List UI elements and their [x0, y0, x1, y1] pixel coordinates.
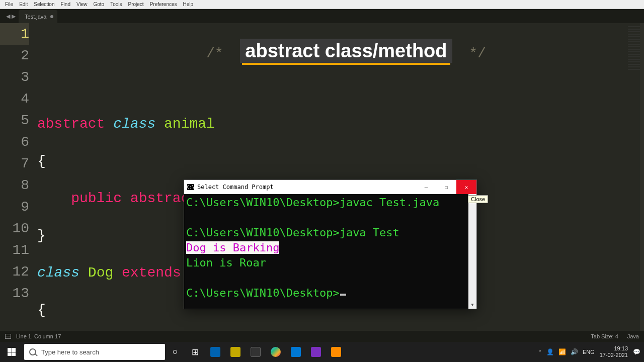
- gutter: 1 2 3 4 5 6 7 8 9 10 11 12 13: [0, 23, 37, 342]
- taskbar-app[interactable]: [225, 342, 246, 362]
- command-prompt-window[interactable]: C:\ Select Command Prompt ― ☐ ✕ C:\Users…: [184, 179, 477, 309]
- tab-testjava[interactable]: Test.java: [19, 10, 57, 23]
- class-name: animal: [164, 116, 215, 132]
- cmd-output[interactable]: C:\Users\WIN10\Desktop>javac Test.java C…: [184, 194, 476, 309]
- taskbar-app[interactable]: [326, 342, 346, 362]
- menu-file[interactable]: File: [2, 2, 16, 7]
- tray-overflow-icon[interactable]: ˄: [539, 349, 541, 355]
- network-icon[interactable]: 📶: [558, 348, 566, 355]
- kw-class: class: [113, 116, 155, 132]
- cmd-titlebar[interactable]: C:\ Select Command Prompt ― ☐ ✕: [184, 180, 476, 194]
- tab-row: ◀ ▶ Test.java: [0, 9, 644, 23]
- menu-view[interactable]: View: [73, 2, 91, 7]
- tab-label: Test.java: [25, 14, 46, 20]
- search-icon: [29, 348, 36, 355]
- kw-extends: extends: [122, 265, 181, 281]
- taskbar-app[interactable]: [286, 342, 306, 362]
- panel-icon[interactable]: [5, 334, 11, 339]
- comment-close: */: [469, 46, 486, 61]
- notifications-icon[interactable]: 💬: [633, 348, 640, 355]
- taskbar-app[interactable]: [266, 342, 286, 362]
- nav-arrows[interactable]: ◀ ▶: [3, 9, 19, 23]
- line-number: 1: [0, 23, 29, 45]
- cmd-icon: C:\: [187, 184, 194, 190]
- cmd-cursor-icon: [340, 294, 346, 296]
- menu-find[interactable]: Find: [58, 2, 73, 7]
- menu-bar: File Edit Selection Find View Goto Tools…: [0, 0, 644, 9]
- cmd-line: [186, 272, 193, 284]
- editor-status-bar: Line 1, Column 17 Tab Size: 4 Java: [0, 331, 644, 342]
- close-button[interactable]: ✕: [456, 180, 476, 194]
- tray-time: 19:13: [600, 345, 628, 352]
- cmd-prompt: C:\Users\WIN10\Desktop>: [186, 287, 340, 299]
- menu-project[interactable]: Project: [125, 2, 147, 7]
- cortana-icon[interactable]: ○: [165, 342, 185, 362]
- cmd-line: C:\Users\WIN10\Desktop>java Test: [186, 226, 399, 239]
- cmd-title-text: Select Command Prompt: [197, 184, 274, 191]
- people-icon[interactable]: 👤: [546, 348, 553, 355]
- line-number: 9: [0, 196, 29, 218]
- kw-abstract: abstract: [37, 116, 105, 132]
- menu-tools[interactable]: Tools: [107, 2, 125, 7]
- start-button[interactable]: [0, 342, 23, 362]
- menu-selection[interactable]: Selection: [31, 2, 57, 7]
- cursor-position: Line 1, Column 17: [16, 333, 61, 339]
- syntax-lang[interactable]: Java: [627, 333, 639, 339]
- volume-icon[interactable]: 🔊: [571, 348, 578, 355]
- taskbar-search[interactable]: Type here to search: [24, 344, 165, 360]
- line-number: 3: [0, 66, 29, 88]
- maximize-button[interactable]: ☐: [436, 180, 456, 194]
- dirty-indicator-icon: [50, 15, 53, 18]
- cmd-line: [186, 211, 193, 224]
- cmd-line: Lion is Roar: [186, 256, 266, 269]
- line-number: 10: [0, 218, 29, 239]
- menu-edit[interactable]: Edit: [16, 2, 31, 7]
- cmd-output-highlight: Dog is Barking: [186, 241, 279, 254]
- tab-size[interactable]: Tab Size: 4: [591, 333, 618, 339]
- taskbar-app[interactable]: [306, 342, 326, 362]
- line-number: 11: [0, 239, 29, 261]
- search-placeholder: Type here to search: [41, 348, 99, 356]
- tray-clock[interactable]: 19:13 17-02-2021: [600, 345, 628, 358]
- task-view-icon[interactable]: ⊞: [185, 342, 205, 362]
- menu-goto[interactable]: Goto: [90, 2, 107, 7]
- kw-public: public: [71, 191, 122, 206]
- taskbar-app[interactable]: [205, 342, 225, 362]
- tray-lang[interactable]: ENG: [583, 349, 595, 355]
- line-number: 12: [0, 261, 29, 283]
- windows-logo-icon: [8, 348, 16, 356]
- taskbar-app[interactable]: [246, 342, 266, 362]
- cmd-scrollbar[interactable]: ▲ ▼: [468, 194, 476, 309]
- line-number: 7: [0, 153, 29, 174]
- line-number: 6: [0, 131, 29, 153]
- line-number: 8: [0, 174, 29, 196]
- menu-help[interactable]: Help: [180, 2, 197, 7]
- line-number: 4: [0, 88, 29, 110]
- menu-preferences[interactable]: Preferences: [147, 2, 180, 7]
- kw-class: class: [37, 265, 79, 281]
- tray-date: 17-02-2021: [600, 352, 628, 358]
- comment-open: /*: [206, 46, 223, 61]
- line-number: 13: [0, 283, 29, 304]
- brace: {: [37, 153, 46, 169]
- line-number: 5: [0, 110, 29, 131]
- close-tooltip: Close: [468, 195, 488, 203]
- line-number: 2: [0, 45, 29, 66]
- cmd-line: C:\Users\WIN10\Desktop>javac Test.java: [186, 196, 439, 209]
- title-overlay: abstract class/method: [240, 39, 452, 63]
- scroll-down-icon[interactable]: ▼: [468, 301, 476, 309]
- windows-taskbar: Type here to search ○ ⊞ ˄ 👤 📶 🔊 ENG 19:1…: [0, 342, 644, 362]
- class-name: Dog: [88, 265, 113, 281]
- minimize-button[interactable]: ―: [416, 180, 436, 194]
- brace: {: [37, 302, 46, 318]
- editor-scrollbar[interactable]: [640, 23, 644, 331]
- system-tray: ˄ 👤 📶 🔊 ENG 19:13 17-02-2021 💬: [539, 345, 644, 358]
- brace: }: [37, 228, 46, 243]
